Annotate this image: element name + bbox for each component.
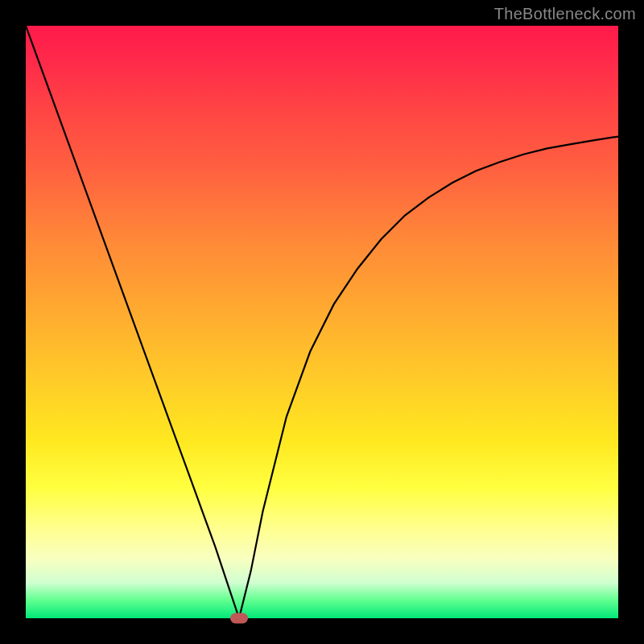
watermark: TheBottleneck.com [494,5,636,23]
bottleneck-curve [26,26,618,618]
plot-area [26,26,618,618]
curve-svg [26,26,618,618]
optimal-marker [230,613,248,624]
